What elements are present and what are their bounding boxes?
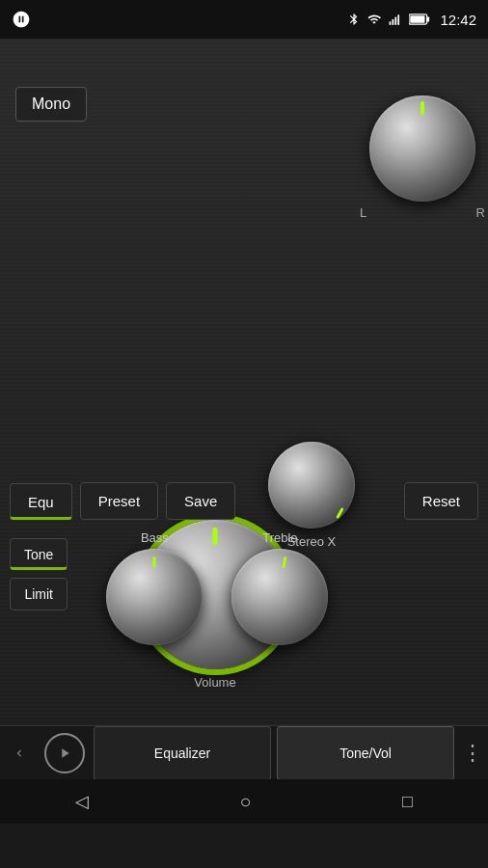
balance-knob[interactable] (369, 95, 475, 202)
volume-label: Volume (194, 675, 235, 690)
nav-tab-tonevol[interactable]: Tone/Vol (277, 726, 454, 780)
lower-section: Tone Limit Bass Treble (0, 530, 488, 645)
bluetooth-icon (347, 13, 361, 26)
treble-knob[interactable] (231, 549, 328, 645)
android-nav: ◁ ○ □ (0, 779, 488, 824)
nav-prev-arrow[interactable] (0, 726, 39, 780)
treble-label: Treble (262, 530, 297, 545)
tone-button[interactable]: Tone (10, 538, 68, 570)
status-left (12, 10, 31, 29)
bass-label: Bass (141, 530, 169, 545)
preset-button[interactable]: Preset (80, 482, 158, 520)
nav-more-button[interactable]: ⋮ (457, 726, 488, 780)
android-recents-button[interactable]: □ (402, 792, 413, 812)
save-button[interactable]: Save (166, 482, 235, 520)
status-right: 12:42 (347, 12, 476, 28)
svg-rect-5 (427, 16, 430, 21)
battery-icon (409, 13, 430, 26)
control-button-row: Equ Preset Save Reset (0, 475, 488, 528)
android-back-button[interactable]: ◁ (75, 791, 89, 812)
mono-button[interactable]: Mono (15, 87, 87, 122)
balance-knob-area: Balance L R (178, 77, 488, 220)
android-home-button[interactable]: ○ (240, 791, 252, 813)
svg-rect-2 (395, 17, 397, 25)
svg-rect-6 (411, 15, 425, 23)
bass-knob[interactable] (106, 549, 203, 645)
main-content: Mono Balance L R Stereo X Volume Equ Pre… (0, 39, 488, 824)
nav-tab-equalizer[interactable]: Equalizer (94, 726, 271, 780)
nav-play-button[interactable] (44, 733, 85, 773)
equ-button[interactable]: Equ (10, 483, 72, 520)
treble-knob-area: Treble (231, 530, 328, 645)
svg-rect-1 (393, 19, 394, 25)
balance-right-label: R (476, 205, 485, 220)
status-bar: 12:42 (0, 0, 488, 39)
clock: 12:42 (440, 12, 476, 28)
app-icon (12, 10, 31, 29)
side-buttons: Tone Limit (10, 538, 68, 610)
svg-rect-0 (390, 21, 392, 25)
limit-button[interactable]: Limit (10, 578, 68, 610)
bottom-nav: Equalizer Tone/Vol ⋮ (0, 725, 488, 779)
signal-icon (388, 13, 403, 26)
wifi-icon (366, 13, 382, 26)
balance-left-label: L (360, 205, 366, 220)
bass-knob-area: Bass (106, 530, 203, 645)
svg-rect-3 (398, 14, 400, 24)
reset-button[interactable]: Reset (404, 482, 478, 520)
